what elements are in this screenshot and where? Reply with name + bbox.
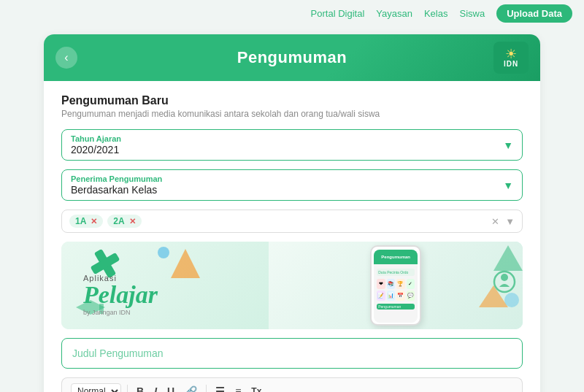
phone-mockup-area: Pengumuman Duta Pecinta Ordo ❤ 📚 🏆 ✓ 📝 📊… <box>269 242 523 329</box>
editor-container: Normal B I U 🔗 ☰ ≡ Tx Isi Pengumuman <box>61 377 523 392</box>
penerima-field[interactable]: Penerima Pengumuman Berdasarkan Kelas ▼ <box>61 169 523 201</box>
idn-byline: by Jaringan IDN <box>83 309 158 316</box>
toolbar-divider-2 <box>206 385 207 392</box>
phone-icon-7: 📅 <box>396 291 405 301</box>
main-card: ‹ Pengumuman ☀ IDN Pengumuman Baru Pengu… <box>44 34 540 392</box>
svg-point-8 <box>504 293 519 307</box>
phone-icon-3: 🏆 <box>396 279 405 289</box>
phone-icon-5: 📝 <box>377 291 385 301</box>
tahun-ajaran-value: 2020/2021 <box>71 144 513 155</box>
card-header: ‹ Pengumuman ☀ IDN <box>44 34 540 81</box>
tahun-ajaran-field[interactable]: Tahun Ajaran 2020/2021 ▼ <box>61 129 523 161</box>
phone-content: Duta Pecinta Ordo ❤ 📚 🏆 ✓ 📝 📊 📅 💬 <box>374 266 418 312</box>
topnav: Portal Digital Yayasan Kelas Siswa Uploa… <box>0 0 584 27</box>
penerima-label: Penerima Pengumuman <box>71 174 513 183</box>
logo-badge: ☀ IDN <box>493 42 529 74</box>
format-select[interactable]: Normal <box>71 383 121 392</box>
logo-text: IDN <box>504 61 518 68</box>
phone-icon-4: ✓ <box>407 279 415 289</box>
tag-2a-label: 2A <box>113 216 124 226</box>
phone-topbar: Pengumuman <box>374 250 418 264</box>
upload-data-button[interactable]: Upload Data <box>496 4 572 23</box>
phone-icon-8: 💬 <box>407 291 415 301</box>
editor-toolbar: Normal B I U 🔗 ☰ ≡ Tx <box>61 377 523 392</box>
tag-1a[interactable]: 1A ✕ <box>69 215 103 228</box>
bold-button[interactable]: B <box>134 384 147 392</box>
clear-tags-icon[interactable]: ✕ <box>491 216 499 227</box>
clear-format-button[interactable]: Tx <box>248 385 264 392</box>
section-title: Pengumuman Baru <box>61 94 523 107</box>
nav-portal-digital[interactable]: Portal Digital <box>311 8 365 19</box>
card-content: Pengumuman Baru Pengumuman menjadi media… <box>44 81 540 392</box>
tag-2a-close-icon[interactable]: ✕ <box>129 217 136 226</box>
nav-yayasan[interactable]: Yayasan <box>376 8 412 19</box>
italic-button[interactable]: I <box>151 384 160 392</box>
tag-2a[interactable]: 2A ✕ <box>107 215 141 228</box>
toolbar-divider-1 <box>127 385 128 392</box>
phone-icons-grid: ❤ 📚 🏆 ✓ 📝 📊 📅 💬 <box>375 277 416 302</box>
link-button[interactable]: 🔗 <box>182 384 200 392</box>
svg-point-10 <box>501 274 508 281</box>
svg-marker-2 <box>171 249 200 278</box>
ordered-list-button[interactable]: ☰ <box>212 384 228 392</box>
tag-row-icons: ✕ ▼ <box>491 216 515 227</box>
phone-mock: Pengumuman Duta Pecinta Ordo ❤ 📚 🏆 ✓ 📝 📊… <box>370 245 421 326</box>
tahun-ajaran-chevron-icon: ▼ <box>503 139 513 151</box>
svg-point-3 <box>158 247 169 258</box>
tahun-ajaran-label: Tahun Ajaran <box>71 134 513 143</box>
underline-button[interactable]: U <box>164 384 177 392</box>
tags-chevron-icon[interactable]: ▼ <box>505 216 515 227</box>
back-button[interactable]: ‹ <box>55 47 77 69</box>
svg-marker-6 <box>493 245 523 271</box>
phone-icon-2: 📚 <box>387 279 396 289</box>
phone-icon-1: ❤ <box>377 279 385 289</box>
tag-1a-label: 1A <box>75 216 86 226</box>
aplikasi-label: Aplikasi Pelajar by Jaringan IDN <box>83 274 158 316</box>
sun-icon: ☀ <box>505 47 517 61</box>
nav-siswa[interactable]: Siswa <box>459 8 485 19</box>
penerima-chevron-icon: ▼ <box>503 180 513 191</box>
judul-pengumuman-input[interactable] <box>61 338 523 369</box>
tag-1a-close-icon[interactable]: ✕ <box>91 217 97 226</box>
card-header-title: Pengumuman <box>58 48 526 67</box>
nav-kelas[interactable]: Kelas <box>424 8 448 19</box>
pelajar-text: Pelajar <box>83 283 158 307</box>
section-description: Pengumuman menjadi media komunikasi anta… <box>61 109 523 119</box>
penerima-value: Berdasarkan Kelas <box>71 184 513 196</box>
svg-marker-7 <box>479 285 508 307</box>
tag-row: 1A ✕ 2A ✕ ✕ ▼ <box>61 210 523 233</box>
back-arrow-icon: ‹ <box>64 51 68 64</box>
phone-screen: Pengumuman Duta Pecinta Ordo ❤ 📚 🏆 ✓ 📝 📊… <box>374 250 418 323</box>
unordered-list-button[interactable]: ≡ <box>232 384 244 392</box>
phone-icon-6: 📊 <box>387 291 396 301</box>
announcement-image: Aplikasi Pelajar by Jaringan IDN <box>61 242 523 329</box>
